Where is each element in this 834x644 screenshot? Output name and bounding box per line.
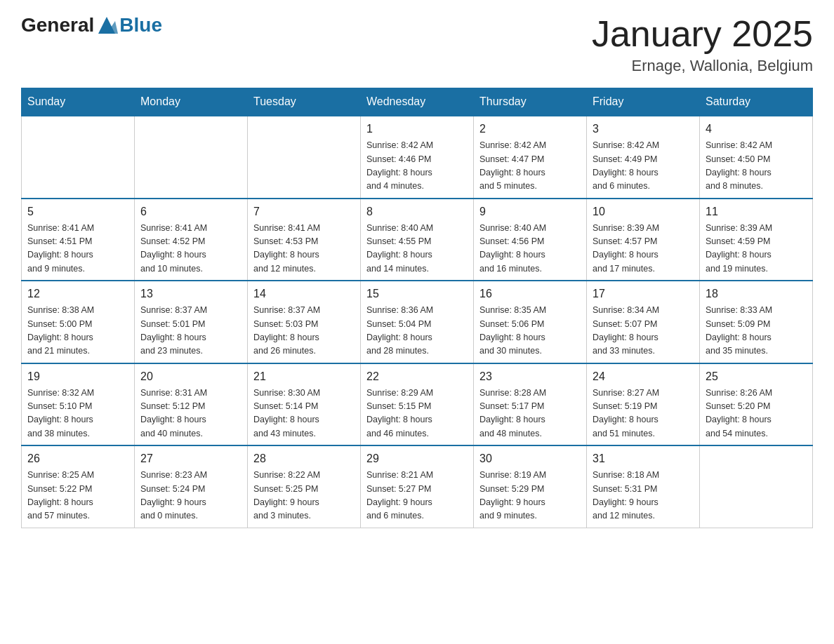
calendar-cell: 23Sunrise: 8:28 AM Sunset: 5:17 PM Dayli… xyxy=(474,363,587,446)
day-info: Sunrise: 8:36 AM Sunset: 5:04 PM Dayligh… xyxy=(366,304,468,358)
calendar-table: SundayMondayTuesdayWednesdayThursdayFrid… xyxy=(21,88,813,528)
calendar-cell: 19Sunrise: 8:32 AM Sunset: 5:10 PM Dayli… xyxy=(22,363,135,446)
day-number: 29 xyxy=(366,450,468,467)
calendar-cell: 6Sunrise: 8:41 AM Sunset: 4:52 PM Daylig… xyxy=(135,199,248,281)
calendar-week-row: 26Sunrise: 8:25 AM Sunset: 5:22 PM Dayli… xyxy=(22,445,813,528)
calendar-cell: 28Sunrise: 8:22 AM Sunset: 5:25 PM Dayli… xyxy=(248,445,361,528)
day-number: 23 xyxy=(479,368,581,385)
calendar-cell: 2Sunrise: 8:42 AM Sunset: 4:47 PM Daylig… xyxy=(474,116,587,199)
day-info: Sunrise: 8:39 AM Sunset: 4:57 PM Dayligh… xyxy=(593,222,694,276)
day-number: 19 xyxy=(27,368,128,385)
day-number: 28 xyxy=(253,450,355,467)
day-number: 27 xyxy=(140,450,241,467)
calendar-header: SundayMondayTuesdayWednesdayThursdayFrid… xyxy=(22,88,813,116)
calendar-cell: 15Sunrise: 8:36 AM Sunset: 5:04 PM Dayli… xyxy=(361,281,474,363)
calendar-week-row: 1Sunrise: 8:42 AM Sunset: 4:46 PM Daylig… xyxy=(22,116,813,199)
calendar-cell: 22Sunrise: 8:29 AM Sunset: 5:15 PM Dayli… xyxy=(361,363,474,446)
day-number: 24 xyxy=(593,368,694,385)
day-number: 14 xyxy=(253,286,355,302)
day-number: 26 xyxy=(27,450,128,467)
day-number: 11 xyxy=(706,203,807,220)
day-number: 8 xyxy=(366,203,468,220)
day-number: 17 xyxy=(593,286,694,302)
calendar-cell xyxy=(700,445,813,528)
calendar-cell: 26Sunrise: 8:25 AM Sunset: 5:22 PM Dayli… xyxy=(22,445,135,528)
day-info: Sunrise: 8:37 AM Sunset: 5:01 PM Dayligh… xyxy=(140,304,241,358)
weekday-header-sunday: Sunday xyxy=(22,88,135,116)
day-info: Sunrise: 8:33 AM Sunset: 5:09 PM Dayligh… xyxy=(706,304,807,358)
calendar-cell: 3Sunrise: 8:42 AM Sunset: 4:49 PM Daylig… xyxy=(587,116,700,199)
day-number: 12 xyxy=(27,286,128,302)
calendar-cell: 4Sunrise: 8:42 AM Sunset: 4:50 PM Daylig… xyxy=(700,116,813,199)
day-number: 25 xyxy=(706,368,807,385)
day-info: Sunrise: 8:42 AM Sunset: 4:49 PM Dayligh… xyxy=(593,139,694,194)
page-header: General Blue January 2025 Ernage, Wallon… xyxy=(21,14,813,75)
day-info: Sunrise: 8:34 AM Sunset: 5:07 PM Dayligh… xyxy=(593,304,694,358)
day-number: 5 xyxy=(27,203,128,220)
day-number: 15 xyxy=(366,286,468,302)
calendar-cell: 14Sunrise: 8:37 AM Sunset: 5:03 PM Dayli… xyxy=(248,281,361,363)
calendar-cell: 13Sunrise: 8:37 AM Sunset: 5:01 PM Dayli… xyxy=(135,281,248,363)
day-info: Sunrise: 8:29 AM Sunset: 5:15 PM Dayligh… xyxy=(366,387,468,441)
calendar-cell: 11Sunrise: 8:39 AM Sunset: 4:59 PM Dayli… xyxy=(700,199,813,281)
day-number: 7 xyxy=(253,203,355,220)
weekday-header-monday: Monday xyxy=(135,88,248,116)
day-info: Sunrise: 8:42 AM Sunset: 4:50 PM Dayligh… xyxy=(706,139,807,194)
day-info: Sunrise: 8:22 AM Sunset: 5:25 PM Dayligh… xyxy=(253,469,355,523)
calendar-subtitle: Ernage, Wallonia, Belgium xyxy=(592,57,813,75)
day-number: 30 xyxy=(479,450,581,467)
weekday-header-thursday: Thursday xyxy=(474,88,587,116)
day-info: Sunrise: 8:26 AM Sunset: 5:20 PM Dayligh… xyxy=(706,387,807,441)
calendar-week-row: 5Sunrise: 8:41 AM Sunset: 4:51 PM Daylig… xyxy=(22,199,813,281)
day-number: 13 xyxy=(140,286,241,302)
calendar-cell: 25Sunrise: 8:26 AM Sunset: 5:20 PM Dayli… xyxy=(700,363,813,446)
logo-icon xyxy=(95,14,118,36)
day-info: Sunrise: 8:25 AM Sunset: 5:22 PM Dayligh… xyxy=(27,469,128,523)
calendar-cell: 10Sunrise: 8:39 AM Sunset: 4:57 PM Dayli… xyxy=(587,199,700,281)
day-number: 31 xyxy=(593,450,694,467)
day-number: 21 xyxy=(253,368,355,385)
logo: General Blue xyxy=(21,14,162,36)
day-info: Sunrise: 8:31 AM Sunset: 5:12 PM Dayligh… xyxy=(140,387,241,441)
day-number: 10 xyxy=(593,203,694,220)
day-info: Sunrise: 8:18 AM Sunset: 5:31 PM Dayligh… xyxy=(593,469,694,523)
calendar-cell xyxy=(248,116,361,199)
day-info: Sunrise: 8:21 AM Sunset: 5:27 PM Dayligh… xyxy=(366,469,468,523)
calendar-cell: 1Sunrise: 8:42 AM Sunset: 4:46 PM Daylig… xyxy=(361,116,474,199)
weekday-row: SundayMondayTuesdayWednesdayThursdayFrid… xyxy=(22,88,813,116)
day-number: 20 xyxy=(140,368,241,385)
calendar-cell: 18Sunrise: 8:33 AM Sunset: 5:09 PM Dayli… xyxy=(700,281,813,363)
day-info: Sunrise: 8:42 AM Sunset: 4:46 PM Dayligh… xyxy=(366,139,468,194)
calendar-week-row: 12Sunrise: 8:38 AM Sunset: 5:00 PM Dayli… xyxy=(22,281,813,363)
calendar-cell: 24Sunrise: 8:27 AM Sunset: 5:19 PM Dayli… xyxy=(587,363,700,446)
day-info: Sunrise: 8:42 AM Sunset: 4:47 PM Dayligh… xyxy=(479,139,581,194)
day-info: Sunrise: 8:28 AM Sunset: 5:17 PM Dayligh… xyxy=(479,387,581,441)
day-number: 1 xyxy=(366,121,468,137)
day-number: 9 xyxy=(479,203,581,220)
calendar-cell xyxy=(22,116,135,199)
calendar-cell: 12Sunrise: 8:38 AM Sunset: 5:00 PM Dayli… xyxy=(22,281,135,363)
day-number: 16 xyxy=(479,286,581,302)
logo-text-blue: Blue xyxy=(119,14,162,36)
logo-text-general: General xyxy=(21,14,94,36)
day-info: Sunrise: 8:40 AM Sunset: 4:55 PM Dayligh… xyxy=(366,222,468,276)
day-info: Sunrise: 8:41 AM Sunset: 4:52 PM Dayligh… xyxy=(140,222,241,276)
calendar-cell: 27Sunrise: 8:23 AM Sunset: 5:24 PM Dayli… xyxy=(135,445,248,528)
day-info: Sunrise: 8:30 AM Sunset: 5:14 PM Dayligh… xyxy=(253,387,355,441)
calendar-body: 1Sunrise: 8:42 AM Sunset: 4:46 PM Daylig… xyxy=(22,116,813,528)
calendar-cell: 7Sunrise: 8:41 AM Sunset: 4:53 PM Daylig… xyxy=(248,199,361,281)
day-info: Sunrise: 8:32 AM Sunset: 5:10 PM Dayligh… xyxy=(27,387,128,441)
day-number: 18 xyxy=(706,286,807,302)
day-info: Sunrise: 8:39 AM Sunset: 4:59 PM Dayligh… xyxy=(706,222,807,276)
calendar-title: January 2025 xyxy=(592,14,813,54)
day-number: 3 xyxy=(593,121,694,137)
day-number: 4 xyxy=(706,121,807,137)
day-info: Sunrise: 8:35 AM Sunset: 5:06 PM Dayligh… xyxy=(479,304,581,358)
day-info: Sunrise: 8:37 AM Sunset: 5:03 PM Dayligh… xyxy=(253,304,355,358)
calendar-cell: 30Sunrise: 8:19 AM Sunset: 5:29 PM Dayli… xyxy=(474,445,587,528)
day-number: 2 xyxy=(479,121,581,137)
calendar-cell: 20Sunrise: 8:31 AM Sunset: 5:12 PM Dayli… xyxy=(135,363,248,446)
calendar-cell: 5Sunrise: 8:41 AM Sunset: 4:51 PM Daylig… xyxy=(22,199,135,281)
calendar-week-row: 19Sunrise: 8:32 AM Sunset: 5:10 PM Dayli… xyxy=(22,363,813,446)
day-info: Sunrise: 8:41 AM Sunset: 4:53 PM Dayligh… xyxy=(253,222,355,276)
